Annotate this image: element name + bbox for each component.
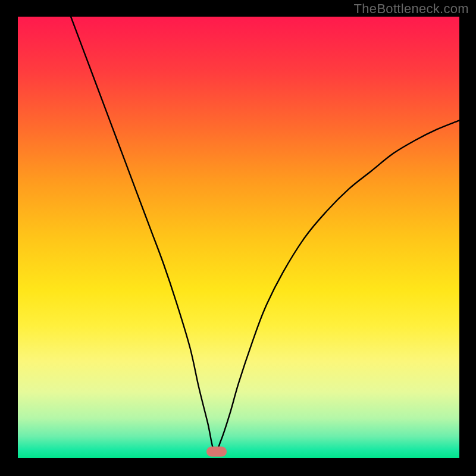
- minimum-marker: [206, 446, 227, 456]
- bottleneck-curve: [18, 17, 459, 458]
- chart-frame: TheBottleneck.com: [0, 0, 476, 476]
- plot-area: [18, 17, 459, 458]
- watermark-text: TheBottleneck.com: [354, 1, 469, 17]
